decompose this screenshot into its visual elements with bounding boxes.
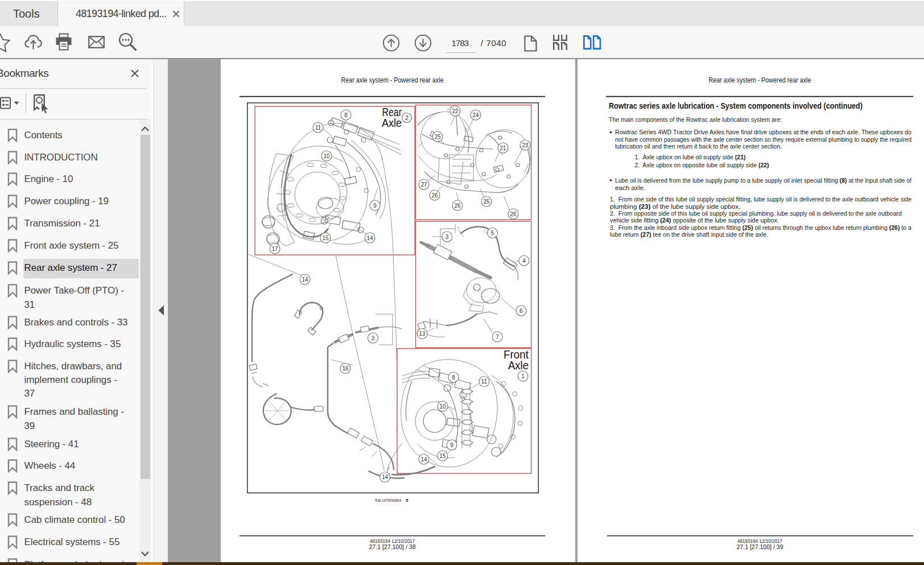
svg-text:22: 22 (452, 108, 459, 114)
svg-text:7: 7 (496, 334, 499, 340)
svg-text:11: 11 (315, 125, 321, 131)
svg-text:11: 11 (481, 378, 488, 385)
svg-text:6: 6 (519, 308, 523, 314)
svg-text:vehicle side fitting (24) oppo: vehicle side fitting (24) opposite of th… (610, 216, 779, 224)
svg-text:3: 3 (446, 234, 449, 240)
svg-text:26: 26 (454, 203, 461, 209)
svg-text:14: 14 (366, 235, 373, 241)
svg-text:25: 25 (483, 199, 490, 205)
svg-text:1. From one side of this lube: 1. From one side of this lube oil supply… (610, 195, 911, 203)
svg-text:10: 10 (323, 153, 330, 159)
svg-text:24: 24 (472, 112, 479, 118)
svg-text:16: 16 (342, 365, 349, 372)
svg-text:10: 10 (439, 403, 446, 410)
svg-text:14: 14 (420, 456, 427, 463)
svg-text:14: 14 (382, 474, 389, 480)
svg-text:2. From opposite side of this: 2. From opposite side of this lube oil s… (610, 209, 902, 217)
svg-text:lubrication oil and then retur: lubrication oil and then return it back … (615, 142, 782, 150)
svg-text:21: 21 (500, 145, 506, 151)
svg-text:Lube oil is delivered from the: Lube oil is delivered from the lube supp… (615, 176, 912, 184)
svg-text:2: 2 (405, 115, 409, 121)
svg-text:3. From the axle inboard side: 3. From the axle inboard side upbox retu… (610, 224, 911, 231)
svg-text:27.1 [27.100] / 39: 27.1 [27.100] / 39 (737, 543, 783, 550)
svg-text:Rowtrac series axle lubricatio: Rowtrac series axle lubrication - System… (609, 101, 863, 110)
svg-text:27.1 [27.100] / 38: 27.1 [27.100] / 38 (369, 543, 416, 550)
svg-text:27: 27 (420, 182, 427, 188)
svg-text:1: 1 (521, 373, 525, 380)
svg-text:26: 26 (510, 211, 517, 217)
svg-text:2. Axle upbox on opposite lub: 2. Axle upbox on opposite lube oil suppl… (635, 161, 769, 168)
svg-text:26: 26 (431, 192, 438, 199)
svg-text:not have common passages with: not have common passages with the axle c… (615, 135, 911, 143)
svg-text:4: 4 (522, 258, 526, 264)
svg-text:8: 8 (452, 374, 455, 381)
svg-text:3: 3 (372, 335, 375, 341)
svg-text:Rear axle system - Powered rea: Rear axle system - Powered rear axle (341, 76, 444, 84)
svg-text:The main components of the Row: The main components of the Rowtrac axle … (609, 116, 782, 123)
svg-text:RAIL14TR00966KA: RAIL14TR00966KA (376, 498, 402, 503)
svg-text:9: 9 (373, 203, 377, 209)
svg-text:Rowtrac Series 4WD Tractor Dri: Rowtrac Series 4WD Tractor Drive Axles h… (615, 128, 911, 135)
svg-text:1. Axle upbox on lube oil sup: 1. Axle upbox on lube oil supply side (2… (635, 153, 746, 160)
svg-text:14: 14 (302, 277, 308, 283)
svg-text:Axle: Axle (382, 116, 402, 129)
svg-text:Axle: Axle (508, 358, 529, 372)
svg-text:15: 15 (439, 453, 446, 459)
svg-text:lube return (27) tee on the dr: lube return (27) tee on the drive shaft … (610, 230, 768, 238)
svg-text:5: 5 (406, 498, 409, 503)
svg-text:15: 15 (322, 235, 329, 241)
svg-text:Rear axle system - Powered rea: Rear axle system - Powered rear axle (709, 76, 811, 84)
svg-text:8: 8 (344, 112, 348, 118)
svg-text:23: 23 (522, 142, 529, 149)
svg-text:13: 13 (419, 331, 426, 337)
svg-text:5: 5 (491, 230, 494, 236)
svg-text:9: 9 (450, 442, 453, 448)
svg-text:plumbing (23) of the lube supp: plumbing (23) of the lube supply side up… (610, 203, 740, 210)
svg-text:25: 25 (434, 134, 441, 140)
svg-text:each axle.: each axle. (615, 184, 645, 191)
svg-text:17: 17 (271, 246, 278, 252)
